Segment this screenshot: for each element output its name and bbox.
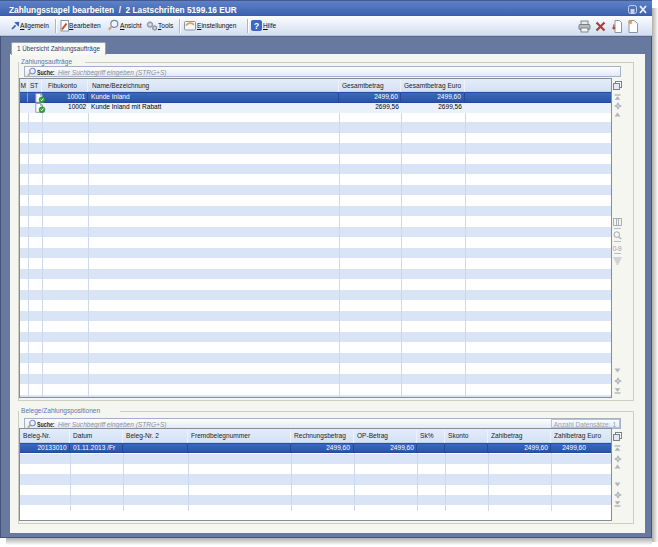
svg-text:?: ? [254, 21, 260, 31]
